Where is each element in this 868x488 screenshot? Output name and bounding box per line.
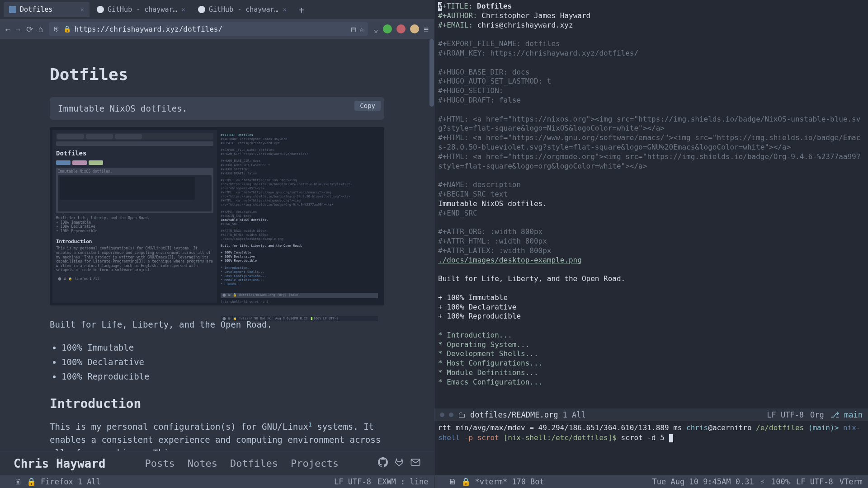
- scrollbar-thumb[interactable]: [429, 39, 434, 107]
- lock-icon: 🔒: [461, 477, 471, 486]
- encoding: LF UTF-8: [334, 477, 371, 486]
- footnote-link[interactable]: 1: [308, 421, 312, 428]
- nav-notes[interactable]: Notes: [188, 458, 217, 469]
- browser-tabs: Dotfiles × GitHub - chayward1/dotf × Git…: [0, 0, 434, 19]
- modeline-org: 🗀 dotfiles/README.org 1 All LF UTF-8 Org…: [434, 408, 868, 421]
- copy-button[interactable]: Copy: [354, 101, 381, 111]
- mini-intro: Introduction: [56, 239, 213, 244]
- cursor: [669, 434, 673, 442]
- buffer-name: Firefox: [41, 477, 73, 486]
- home-button[interactable]: ⌂: [38, 24, 43, 34]
- nav-dotfiles[interactable]: Dotfiles: [230, 458, 278, 469]
- page-title: Dotfiles: [50, 65, 384, 84]
- reader-icon[interactable]: ▤: [351, 25, 356, 33]
- list-item: 100% Reproducible: [61, 369, 384, 384]
- scrollbar[interactable]: [429, 39, 434, 451]
- browser-toolbar: ← → ⟳ ⌂ ⛨ 🔒 https://chrishayward.xyz/dot…: [0, 19, 434, 39]
- favicon-icon: [9, 6, 16, 13]
- code-block: Immutable NixOS dotfiles. Copy: [50, 97, 384, 120]
- major-mode: Org: [810, 410, 824, 419]
- terminal-command: scrot -d 5: [621, 433, 665, 442]
- folder-icon: 🗎: [14, 477, 22, 486]
- github-icon: [198, 6, 205, 13]
- major-mode: EXWM : line: [377, 477, 429, 486]
- terminal[interactable]: rtt min/avg/max/mdev = 49.294/186.651/36…: [434, 421, 868, 475]
- mini-built: Built for Life, Liberty, and the Open Ro…: [56, 216, 213, 221]
- tab-label: GitHub - chayward1/dotf: [108, 5, 178, 14]
- address-bar[interactable]: ⛨ 🔒 https://chrishayward.xyz/dotfiles/ ▤…: [49, 22, 368, 36]
- extension-icon[interactable]: [410, 24, 419, 33]
- page-content[interactable]: Dotfiles Immutable NixOS dotfiles. Copy …: [0, 39, 434, 451]
- mail-icon[interactable]: [410, 457, 420, 469]
- modeline-vterm: 🗎 🔒 *vterm* 170 Bot Tue Aug 10 9:45AM 0.…: [434, 475, 868, 488]
- shield-icon: ⛨: [53, 25, 60, 33]
- buffer-name: dotfiles/README.org: [470, 410, 558, 419]
- code-text: Immutable NixOS dotfiles.: [58, 103, 187, 113]
- bookmark-icon[interactable]: ☆: [359, 25, 364, 33]
- battery-level: 100%: [771, 477, 790, 486]
- folder-icon: 🗎: [449, 477, 457, 486]
- close-icon[interactable]: ×: [283, 6, 287, 13]
- folder-icon: 🗀: [458, 410, 466, 419]
- intro-paragraph: This is my personal configuration(s) for…: [50, 420, 384, 451]
- major-mode: VTerm: [840, 477, 863, 486]
- gitlab-icon[interactable]: [394, 457, 404, 469]
- nav-projects[interactable]: Projects: [291, 458, 339, 469]
- extension-icon[interactable]: [383, 24, 392, 33]
- brand[interactable]: Chris Hayward: [14, 457, 106, 470]
- url-text: https://chrishayward.xyz/dotfiles/: [75, 25, 223, 33]
- close-icon[interactable]: ×: [80, 6, 84, 13]
- tab-label: Dotfiles: [20, 5, 77, 14]
- encoding: LF UTF-8: [767, 410, 804, 419]
- org-editor[interactable]: #+TITLE: Dotfiles #+AUTHOR: Christopher …: [434, 0, 868, 408]
- ublock-icon[interactable]: [396, 24, 406, 33]
- forward-button[interactable]: →: [16, 24, 21, 34]
- tab-github-1[interactable]: GitHub - chayward1/dotf ×: [91, 2, 191, 17]
- mini-title: Dotfiles: [56, 150, 213, 157]
- position: 1 All: [562, 410, 585, 419]
- encoding: LF UTF-8: [796, 477, 833, 486]
- feature-list: 100% Immutable 100% Declarative 100% Rep…: [61, 340, 384, 384]
- terminal-output: rtt min/avg/max/mdev = 49.294/186.651/36…: [438, 423, 682, 432]
- git-branch: main: [844, 410, 863, 419]
- screenshot-image: Dotfiles Immutable NixOS dotfiles. Built…: [50, 127, 384, 305]
- new-tab-button[interactable]: +: [294, 4, 309, 15]
- mini-feat: • 100% Immutable: [56, 221, 213, 225]
- modeline-firefox: 🗎 🔒 Firefox 1 All LF UTF-8 EXWM : line: [0, 475, 434, 488]
- indicator-icon: [440, 413, 444, 417]
- reload-button[interactable]: ⟳: [26, 24, 33, 34]
- mini-feat: • 100% Reproducible: [56, 229, 213, 234]
- datetime: Tue Aug 10 9:45AM 0.31: [652, 477, 754, 486]
- github-icon: [97, 6, 104, 13]
- heading-introduction: Introduction: [50, 396, 384, 411]
- tab-github-2[interactable]: GitHub - chayward1/dotf ×: [193, 2, 292, 17]
- svg-rect-0: [411, 459, 420, 465]
- battery-icon: ⚡: [760, 477, 765, 486]
- back-button[interactable]: ←: [5, 24, 10, 34]
- tab-dotfiles[interactable]: Dotfiles ×: [4, 2, 90, 17]
- site-nav: Chris Hayward Posts Notes Dotfiles Proje…: [0, 451, 434, 475]
- indicator-icon: [449, 413, 453, 417]
- github-icon[interactable]: [378, 457, 388, 469]
- tab-label: GitHub - chayward1/dotf: [209, 5, 279, 14]
- position: 170 Bot: [512, 477, 544, 486]
- list-item: 100% Declarative: [61, 355, 384, 369]
- pocket-icon[interactable]: ⌄: [373, 24, 378, 34]
- lock-icon: 🔒: [27, 477, 36, 486]
- buffer-name: *vterm*: [475, 477, 508, 486]
- mini-feat: • 100% Declarative: [56, 225, 213, 229]
- position: 1 All: [78, 477, 101, 486]
- close-icon[interactable]: ×: [182, 6, 185, 13]
- nav-posts[interactable]: Posts: [145, 458, 175, 469]
- menu-icon[interactable]: ≡: [424, 24, 429, 34]
- mini-sub: Immutable NixOS dotfiles.: [58, 169, 112, 174]
- lock-icon: 🔒: [63, 25, 71, 33]
- list-item: 100% Immutable: [61, 340, 384, 355]
